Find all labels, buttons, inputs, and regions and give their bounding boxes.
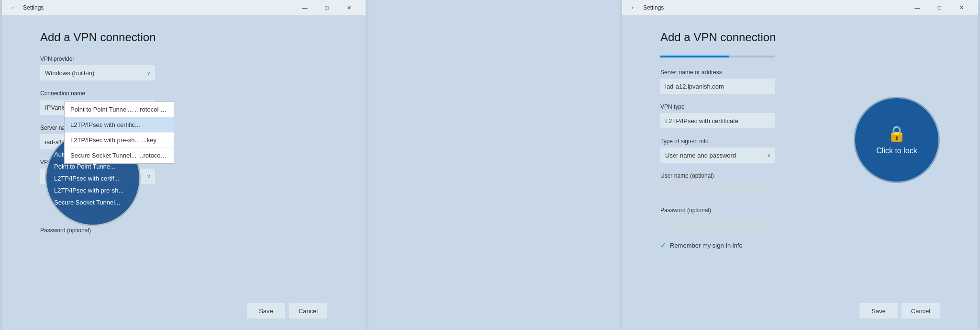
lock-circle-container: 🔒 Click to lock	[854, 97, 940, 183]
lock-button-label: Click to lock	[876, 147, 917, 155]
minimize-icon-left: —	[302, 5, 308, 11]
progress-bar-fill	[660, 56, 729, 57]
close-button-left[interactable]: ✕	[338, 0, 360, 15]
connection-name-label: Connection name	[40, 90, 327, 97]
vpn-provider-group: VPN provider Windows (built-in) ∨	[40, 56, 327, 80]
window-controls-left: — □ ✕	[294, 0, 360, 15]
back-button-left[interactable]: ←	[8, 2, 19, 13]
password-label-left: Password (optional)	[40, 227, 327, 234]
vpn-provider-label: VPN provider	[40, 56, 327, 62]
page-title-right: Add a VPN connection	[660, 31, 940, 44]
close-icon-left: ✕	[347, 5, 351, 11]
dropdown-item-sstp[interactable]: Secure Socket Tunnel... ...rotocol (SSTP…	[65, 148, 174, 163]
minimize-button-right[interactable]: —	[906, 0, 928, 15]
cancel-button-left[interactable]: Cancel	[289, 303, 327, 319]
lock-icon: 🔒	[887, 125, 906, 143]
vpn-provider-arrow-icon: ∨	[147, 70, 150, 76]
save-button-left[interactable]: Save	[247, 303, 285, 319]
lock-circle-button[interactable]: 🔒 Click to lock	[854, 97, 940, 183]
vpn-type-arrow-icon: ∨	[147, 174, 150, 179]
remember-row: ✓ Remember my sign-in info	[660, 241, 940, 249]
window-title-right: Settings	[643, 4, 906, 11]
minimize-icon-right: —	[915, 5, 920, 11]
window-title-left: Settings	[23, 4, 294, 11]
page-title-left: Add a VPN connection	[40, 31, 327, 44]
sign-in-arrow-icon: ∨	[767, 153, 770, 158]
left-settings-window: ← Settings — □ ✕ Add a VPN connection VP…	[2, 0, 366, 330]
password-input[interactable]	[660, 216, 775, 232]
vpn-type-value-right: L2TP/IPsec with certificate	[665, 117, 738, 125]
progress-bar-container	[660, 56, 775, 57]
server-name-input-right[interactable]	[660, 79, 775, 94]
title-bar-left: ← Settings — □ ✕	[2, 0, 366, 15]
title-bar-right: ← Settings — □ ✕	[622, 0, 978, 15]
mag-item-l2tp-psk: L2TP/IPsec with pre-sh...	[54, 184, 132, 196]
bottom-buttons-right: Save Cancel	[622, 296, 978, 330]
password-group-right: Password (optional)	[660, 207, 940, 232]
close-button-right[interactable]: ✕	[950, 0, 972, 15]
vpn-provider-select[interactable]: Windows (built-in) ∨	[40, 65, 155, 80]
mag-item-sstp: Secure Socket Tunnel...	[54, 196, 132, 208]
maximize-button-right[interactable]: □	[928, 0, 950, 15]
vpn-type-dropdown-left[interactable]: Point to Point Tunnel... ...rotocol (PPT…	[64, 102, 174, 164]
server-name-label-right: Server name or address	[660, 69, 940, 76]
minimize-button-left[interactable]: —	[294, 0, 316, 15]
dropdown-item-l2tp-cert[interactable]: L2TP/IPsec with certific...	[65, 117, 174, 133]
sign-in-value: User name and password	[665, 152, 736, 159]
window-controls-right: — □ ✕	[906, 0, 972, 15]
cancel-button-right[interactable]: Cancel	[902, 303, 940, 319]
content-area-right: Add a VPN connection Server name or addr…	[622, 15, 978, 296]
vpn-type-select-right[interactable]: L2TP/IPsec with certificate	[660, 113, 775, 128]
vpn-provider-value: Windows (built-in)	[45, 69, 94, 77]
back-button-right[interactable]: ←	[628, 2, 639, 13]
save-button-right[interactable]: Save	[859, 303, 898, 319]
close-icon-right: ✕	[959, 5, 964, 11]
password-label-right: Password (optional)	[660, 207, 940, 214]
bottom-buttons-left: Save Cancel	[2, 296, 366, 330]
username-input[interactable]	[660, 182, 775, 197]
password-group-left: Password (optional)	[40, 227, 327, 234]
maximize-icon-left: □	[325, 5, 329, 11]
separator	[368, 0, 620, 330]
server-name-group-right: Server name or address	[660, 69, 940, 94]
content-area-left: Add a VPN connection VPN provider Window…	[2, 15, 366, 296]
dropdown-item-pptp[interactable]: Point to Point Tunnel... ...rotocol (PPT…	[65, 102, 174, 117]
maximize-button-left[interactable]: □	[316, 0, 338, 15]
right-settings-window: ← Settings — □ ✕ Add a VPN connection Se…	[622, 0, 978, 330]
remember-checkmark-icon: ✓	[660, 241, 666, 249]
maximize-icon-right: □	[938, 5, 941, 11]
dropdown-item-l2tp-psk[interactable]: L2TP/IPsec with pre-sh... ...key	[65, 133, 174, 148]
sign-in-select[interactable]: User name and password ∨	[660, 148, 775, 163]
mag-item-l2tp-cert: L2TP/IPsec with certif...	[54, 172, 132, 184]
remember-label: Remember my sign-in info	[670, 242, 743, 249]
